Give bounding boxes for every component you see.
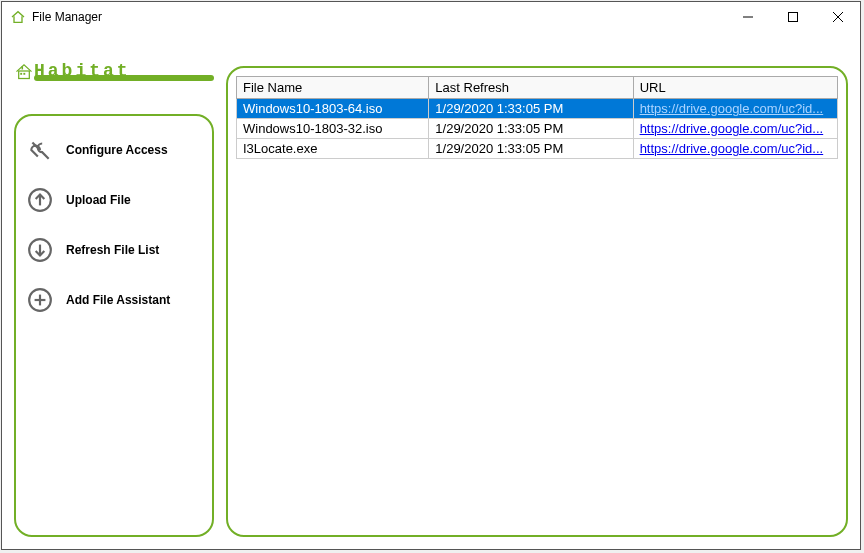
cell-last-refresh[interactable]: 1/29/2020 1:33:05 PM [429, 119, 633, 139]
col-last-refresh[interactable]: Last Refresh [429, 77, 633, 99]
table-row[interactable]: I3Locate.exe1/29/2020 1:33:05 PMhttps://… [237, 139, 838, 159]
table-row[interactable]: Windows10-1803-32.iso1/29/2020 1:33:05 P… [237, 119, 838, 139]
content-area: Habitat Configure Access [2, 32, 860, 549]
url-link[interactable]: https://drive.google.com/uc?id... [640, 101, 824, 116]
col-file-name[interactable]: File Name [237, 77, 429, 99]
maximize-button[interactable] [770, 2, 815, 32]
window-title: File Manager [32, 10, 725, 24]
tools-icon [26, 136, 54, 164]
upload-file-button[interactable]: Upload File [26, 186, 202, 214]
table-row[interactable]: Windows10-1803-64.iso1/29/2020 1:33:05 P… [237, 99, 838, 119]
url-link[interactable]: https://drive.google.com/uc?id... [640, 141, 824, 156]
refresh-icon [26, 236, 54, 264]
minimize-button[interactable] [725, 2, 770, 32]
window-controls [725, 2, 860, 32]
sidebar: Configure Access Upload File [14, 114, 214, 537]
cell-last-refresh[interactable]: 1/29/2020 1:33:05 PM [429, 139, 633, 159]
svg-rect-6 [23, 73, 25, 75]
cell-last-refresh[interactable]: 1/29/2020 1:33:05 PM [429, 99, 633, 119]
cell-url[interactable]: https://drive.google.com/uc?id... [633, 99, 837, 119]
titlebar: File Manager [2, 2, 860, 32]
sidebar-item-label: Upload File [66, 193, 131, 207]
upload-icon [26, 186, 54, 214]
sidebar-item-label: Configure Access [66, 143, 168, 157]
cell-url[interactable]: https://drive.google.com/uc?id... [633, 139, 837, 159]
home-icon [10, 9, 26, 25]
left-column: Habitat Configure Access [14, 36, 214, 537]
house-icon [14, 41, 34, 101]
plus-icon [26, 286, 54, 314]
svg-rect-1 [788, 13, 797, 22]
cell-file-name[interactable]: Windows10-1803-64.iso [237, 99, 429, 119]
sidebar-item-label: Add File Assistant [66, 293, 170, 307]
table-header-row: File Name Last Refresh URL [237, 77, 838, 99]
svg-rect-7 [22, 66, 24, 69]
col-url[interactable]: URL [633, 77, 837, 99]
cell-url[interactable]: https://drive.google.com/uc?id... [633, 119, 837, 139]
logo: Habitat [14, 36, 214, 106]
right-column: File Name Last Refresh URL Windows10-180… [226, 36, 848, 537]
add-file-assistant-button[interactable]: Add File Assistant [26, 286, 202, 314]
sidebar-item-label: Refresh File List [66, 243, 159, 257]
refresh-file-list-button[interactable]: Refresh File List [26, 236, 202, 264]
cell-file-name[interactable]: Windows10-1803-32.iso [237, 119, 429, 139]
app-window: File Manager [1, 1, 861, 550]
configure-access-button[interactable]: Configure Access [26, 136, 202, 164]
file-table[interactable]: File Name Last Refresh URL Windows10-180… [236, 76, 838, 159]
url-link[interactable]: https://drive.google.com/uc?id... [640, 121, 824, 136]
cell-file-name[interactable]: I3Locate.exe [237, 139, 429, 159]
svg-rect-5 [20, 73, 22, 75]
table-panel: File Name Last Refresh URL Windows10-180… [226, 66, 848, 537]
close-button[interactable] [815, 2, 860, 32]
logo-underline [34, 75, 214, 81]
